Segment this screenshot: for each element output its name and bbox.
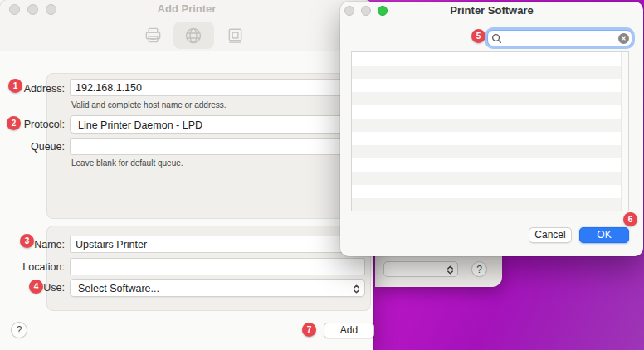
location-input[interactable]: [70, 258, 365, 275]
protocol-popup-button[interactable]: Line Printer Daemon - LPD: [70, 115, 365, 134]
screenshot-root: ? Add Printer: [0, 0, 644, 350]
ok-button[interactable]: OK: [579, 227, 629, 243]
callout-badge-1: 1: [8, 79, 22, 93]
search-field[interactable]: ✕: [487, 30, 632, 46]
callout-badge-7: 7: [302, 323, 316, 337]
callout-badge-5: 5: [471, 29, 485, 43]
callout-badge-4: 4: [29, 280, 43, 294]
background-help-button[interactable]: ?: [471, 261, 487, 277]
address-helper-text: Valid and complete host name or address.: [71, 100, 227, 109]
callout-badge-2: 2: [7, 116, 21, 130]
name-input[interactable]: [70, 236, 365, 253]
queue-label: Queue:: [0, 141, 65, 153]
ip-printer-globe-icon[interactable]: [183, 26, 203, 49]
background-popup-button[interactable]: [383, 261, 458, 277]
callout-badge-6: 6: [623, 212, 637, 226]
default-printer-icon[interactable]: [144, 26, 163, 48]
cancel-button[interactable]: Cancel: [529, 227, 572, 243]
protocol-value: Line Printer Daemon - LPD: [78, 119, 202, 131]
dialog-title: Printer Software: [340, 4, 643, 17]
search-icon: [491, 33, 502, 44]
windows-printer-icon[interactable]: [226, 26, 245, 48]
chevron-up-down-icon: [446, 264, 454, 279]
clear-search-icon[interactable]: ✕: [618, 33, 629, 44]
add-button[interactable]: Add: [324, 323, 374, 338]
search-input[interactable]: [504, 32, 612, 45]
use-popup-button[interactable]: Select Software...: [70, 279, 365, 297]
queue-helper-text: Leave blank for default queue.: [71, 158, 183, 168]
chevron-up-down-icon: [353, 283, 360, 298]
printer-software-dialog: Printer Software ✕ Cancel OK: [340, 2, 643, 256]
title-bar: Add Printer: [0, 0, 373, 51]
window-title: Add Printer: [0, 2, 373, 15]
location-label: Location:: [0, 261, 65, 273]
add-printer-window: Add Printer: [0, 0, 373, 350]
help-button[interactable]: ?: [11, 322, 27, 338]
use-value: Select Software...: [78, 283, 159, 294]
queue-input[interactable]: [70, 138, 365, 155]
callout-badge-3: 3: [20, 234, 34, 248]
address-input[interactable]: [70, 79, 365, 96]
software-list[interactable]: [351, 51, 629, 211]
list-scrollbar[interactable]: [621, 52, 628, 211]
